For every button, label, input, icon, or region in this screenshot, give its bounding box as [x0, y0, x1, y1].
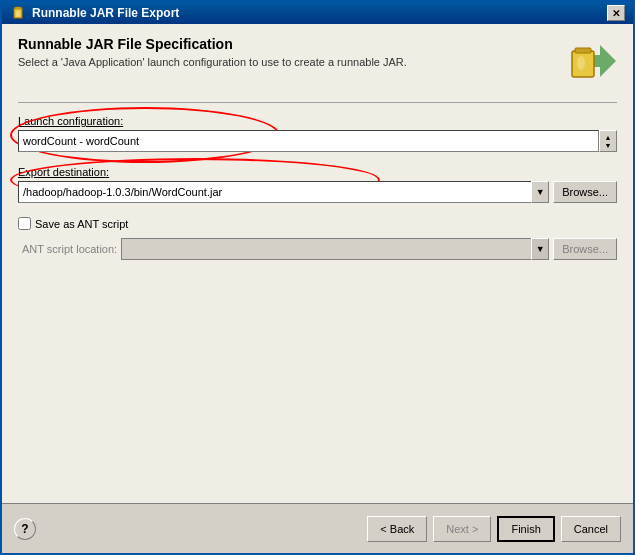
launch-config-row: wordCount - wordCount ▲ ▼ [18, 130, 617, 152]
header-text: Runnable JAR File Specification Select a… [18, 36, 567, 84]
svg-point-6 [577, 56, 585, 70]
save-ant-label: Save as ANT script [35, 218, 128, 230]
header-area: Runnable JAR File Specification Select a… [18, 36, 617, 86]
spinner-down-icon: ▼ [605, 142, 612, 149]
close-button[interactable]: ✕ [607, 5, 625, 21]
help-button[interactable]: ? [14, 518, 36, 540]
svg-rect-5 [575, 48, 591, 53]
title-bar-left: Runnable JAR File Export [10, 5, 179, 21]
svg-rect-1 [15, 7, 21, 9]
save-ant-checkbox[interactable] [18, 217, 31, 230]
export-dest-dropdown-wrapper: /hadoop/hadoop-1.0.3/bin/WordCount.jar ▼ [18, 181, 549, 203]
finish-button[interactable]: Finish [497, 516, 554, 542]
bottom-bar: ? < Back Next > Finish Cancel [2, 503, 633, 553]
title-bar-controls: ✕ [607, 5, 625, 21]
window-icon [10, 5, 26, 21]
page-description: Select a 'Java Application' launch confi… [18, 56, 567, 68]
spinner-up-icon: ▲ [605, 134, 612, 141]
ant-location-dropdown-wrapper: ▼ [121, 238, 549, 260]
svg-point-2 [16, 11, 20, 17]
window-title: Runnable JAR File Export [32, 6, 179, 20]
jar-icon [567, 36, 617, 86]
launch-config-value: wordCount - wordCount [23, 135, 139, 147]
save-ant-checkbox-row: Save as ANT script [18, 217, 617, 230]
launch-config-label: Launch configuration: [18, 115, 617, 127]
main-window: Runnable JAR File Export ✕ Runnable JAR … [0, 0, 635, 555]
browse-button-2: Browse... [553, 238, 617, 260]
page-title: Runnable JAR File Specification [18, 36, 567, 52]
cancel-button[interactable]: Cancel [561, 516, 621, 542]
export-dest-group: Export destination: /hadoop/hadoop-1.0.3… [18, 166, 617, 203]
export-dest-value: /hadoop/hadoop-1.0.3/bin/WordCount.jar [23, 186, 222, 198]
ant-location-label: ANT script location: [22, 243, 117, 255]
launch-config-spinner[interactable]: ▲ ▼ [599, 130, 617, 152]
export-dest-row: /hadoop/hadoop-1.0.3/bin/WordCount.jar ▼… [18, 181, 617, 203]
back-button[interactable]: < Back [367, 516, 427, 542]
divider [18, 102, 617, 103]
content-area: Runnable JAR File Specification Select a… [2, 24, 633, 503]
next-button[interactable]: Next > [433, 516, 491, 542]
title-bar: Runnable JAR File Export ✕ [2, 2, 633, 24]
browse-button-1[interactable]: Browse... [553, 181, 617, 203]
export-dest-label: Export destination: [18, 166, 617, 178]
bottom-buttons: < Back Next > Finish Cancel [367, 516, 621, 542]
launch-config-group: Launch configuration: wordCount - wordCo… [18, 115, 617, 152]
ant-section: ANT script location: ▼ Browse... [18, 238, 617, 260]
